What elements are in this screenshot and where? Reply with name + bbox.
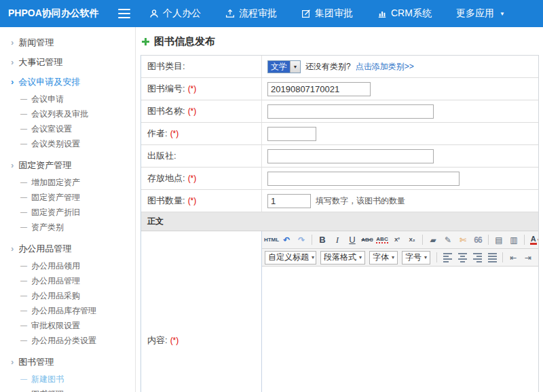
dash-icon: —	[20, 258, 27, 273]
quantity-label: 图书数量: (*)	[141, 190, 262, 212]
top-nav-personal-office[interactable]: 个人办公	[149, 7, 201, 20]
sidebar-group-title-3[interactable]: ›固定资产管理	[0, 155, 135, 175]
eraser-button[interactable]: ▰	[426, 233, 440, 247]
spellcheck-button[interactable]: ABC	[375, 233, 389, 247]
book-number-input[interactable]	[267, 82, 371, 96]
font-color-button[interactable]: A▾	[528, 233, 538, 247]
sidebar-group-title-2[interactable]: ›会议申请及安排	[0, 72, 135, 92]
sidebar-item[interactable]: —固定资产折旧	[0, 205, 135, 220]
field-label: 作者:	[147, 128, 168, 140]
sidebar-group-items: —新建图书—图书管理	[0, 372, 135, 392]
bold-button[interactable]: B	[316, 233, 329, 247]
form-row-category: 图书类目: 文学 ▼ 还没有类别? 点击添加类别>>	[141, 56, 538, 78]
app-logo[interactable]: PHPOA协同办公软件	[0, 7, 114, 20]
blockquote-button[interactable]: 66	[471, 233, 485, 247]
dash-icon: —	[20, 175, 27, 190]
book-name-input[interactable]	[267, 104, 434, 119]
blockquote-icon: 66	[474, 236, 481, 244]
align-left-button[interactable]	[441, 251, 454, 264]
sidebar-item[interactable]: —会议室设置	[0, 121, 135, 136]
paste-word-button[interactable]: ▥	[507, 233, 521, 247]
format-painter-button[interactable]: ✎	[441, 233, 455, 247]
caret-down-icon: ▾	[424, 254, 427, 260]
category-select[interactable]: 文学 ▼	[267, 60, 301, 73]
align-justify-button[interactable]	[485, 251, 499, 264]
edit-icon	[301, 9, 311, 18]
sidebar-group: ›图书管理—新建图书—图书管理	[0, 352, 135, 392]
quantity-hint: 填写数字，该图书的数量	[316, 195, 405, 207]
sidebar-item[interactable]: —增加固定资产	[0, 175, 135, 190]
nav-label: 流程审批	[239, 7, 277, 20]
format-select[interactable]: 段落格式▾	[320, 251, 365, 264]
sidebar-item[interactable]: —办公用品库存管理	[0, 303, 135, 318]
top-nav-more-apps[interactable]: 更多应用▼	[456, 7, 505, 20]
undo-button[interactable]: ↶	[280, 233, 293, 247]
sidebar-item[interactable]: —办公用品管理	[0, 273, 135, 288]
sidebar-group-title-1[interactable]: ›大事记管理	[0, 52, 135, 72]
top-nav-group-approval[interactable]: 集团审批	[301, 7, 353, 20]
form-row-author: 作者: (*)	[141, 123, 538, 145]
sidebar-item[interactable]: —资产类别	[0, 220, 135, 235]
sidebar-group-title-0[interactable]: ›新闻管理	[0, 33, 135, 52]
menu-toggle-button[interactable]	[118, 9, 130, 18]
sidebar-item[interactable]: —会议申请	[0, 92, 135, 106]
chevron-right-icon: ›	[11, 52, 14, 72]
sidebar-group-title-5[interactable]: ›图书管理	[0, 352, 135, 372]
top-nav-crm-system[interactable]: CRM系统	[377, 7, 432, 20]
sidebar-item[interactable]: —新建图书	[0, 372, 135, 387]
form-row-book-number: 图书编号: (*)	[141, 78, 538, 100]
add-icon	[142, 38, 149, 45]
sidebar-item[interactable]: —办公用品领用	[0, 258, 135, 273]
sidebar-group: ›大事记管理	[0, 52, 135, 72]
author-input[interactable]	[267, 127, 316, 141]
form-row-content: 内容: (*) HTML↶↷BIUABCABCX²X₂▰✎✄66▤▥A▾✎▾≣▾…	[141, 231, 538, 392]
nav-label: 集团审批	[315, 7, 353, 20]
sidebar-item[interactable]: —固定资产管理	[0, 190, 135, 205]
font-select[interactable]: 字体▾	[369, 251, 398, 264]
required-mark: (*)	[188, 106, 197, 116]
align-center-button[interactable]	[455, 251, 469, 264]
size-select[interactable]: 字号▾	[402, 251, 430, 264]
sidebar-item[interactable]: —会议列表及审批	[0, 106, 135, 121]
outdent-button[interactable]: ⇤	[506, 251, 520, 264]
sidebar-item-label: 办公用品分类设置	[31, 333, 96, 348]
html-source-button[interactable]: HTML	[265, 233, 278, 247]
paste-text-button[interactable]: ▤	[492, 233, 506, 247]
add-category-link[interactable]: 点击添加类别>>	[356, 61, 414, 73]
sidebar-item[interactable]: —办公用品采购	[0, 288, 135, 303]
subscript-button[interactable]: X₂	[405, 233, 419, 247]
align-right-button[interactable]	[470, 251, 484, 264]
top-nav: 个人办公流程审批集团审批CRM系统更多应用▼	[149, 7, 505, 20]
location-input[interactable]	[267, 172, 460, 186]
sidebar-group-title-4[interactable]: ›办公用品管理	[0, 239, 135, 258]
category-label: 图书类目:	[141, 56, 262, 77]
sidebar-group-label: 新闻管理	[18, 33, 54, 52]
sidebar-group-label: 会议申请及安排	[18, 72, 80, 92]
sidebar-item[interactable]: —审批权限设置	[0, 318, 135, 333]
dash-icon: —	[20, 92, 27, 106]
category-hint: 还没有类别?	[305, 61, 351, 73]
sidebar-group: ›新闻管理	[0, 33, 135, 52]
strikethrough-button[interactable]: ABC	[360, 233, 374, 247]
dash-icon: —	[20, 220, 27, 235]
form-row-quantity: 图书数量: (*) 填写数字，该图书的数量	[141, 190, 538, 212]
style-select[interactable]: 自定义标题▾	[265, 251, 316, 264]
italic-button[interactable]: I	[331, 233, 344, 247]
sidebar-item[interactable]: —图书管理	[0, 387, 135, 392]
editor-content[interactable]	[262, 267, 538, 392]
indent-button[interactable]: ⇥	[521, 251, 535, 264]
author-label: 作者: (*)	[141, 123, 262, 144]
required-mark: (*)	[188, 196, 197, 205]
top-nav-process-approval[interactable]: 流程审批	[225, 7, 277, 20]
underline-button[interactable]: U	[345, 233, 359, 247]
superscript-button[interactable]: X²	[390, 233, 404, 247]
chevron-right-icon: ›	[11, 72, 14, 92]
redo-button[interactable]: ↷	[295, 233, 308, 247]
font-color-icon: A	[530, 235, 537, 245]
clear-format-button[interactable]: ✄	[456, 233, 470, 247]
bold-icon: B	[319, 235, 325, 244]
sidebar-item[interactable]: —办公用品分类设置	[0, 333, 135, 348]
quantity-input[interactable]	[267, 194, 311, 208]
sidebar-item[interactable]: —会议类别设置	[0, 136, 135, 151]
publisher-input[interactable]	[267, 149, 434, 163]
